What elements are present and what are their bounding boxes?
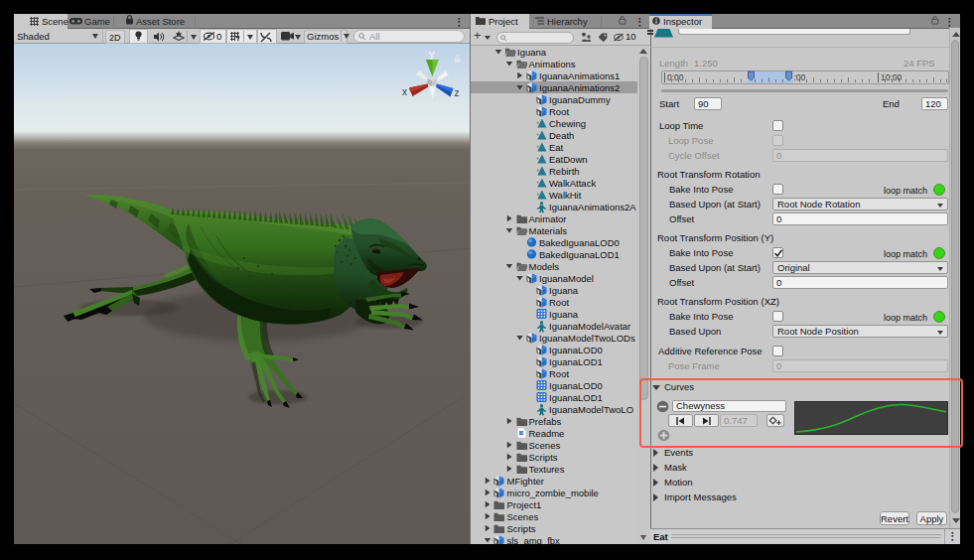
svg-text:BakedIguanaLOD1: BakedIguanaLOD1 [539,249,620,260]
svg-text:Root: Root [549,297,569,308]
svg-text:Root: Root [549,106,569,117]
svg-text:Textures: Textures [529,464,565,475]
svg-text:Scripts: Scripts [529,452,558,463]
svg-text:IguanaAnimations1: IguanaAnimations1 [539,70,620,81]
svg-text:WalkAttack: WalkAttack [549,178,596,189]
svg-text:IguanaModelTwoLO: IguanaModelTwoLO [549,404,633,415]
svg-text:x: x [402,86,407,97]
svg-text:0:00: 0:00 [667,72,684,82]
svg-text:Death: Death [549,130,574,141]
svg-text:IguanaLOD1: IguanaLOD1 [549,392,603,403]
svg-text:Readme: Readme [529,428,565,439]
svg-text::00: :00 [794,72,806,82]
svg-text:Scenes: Scenes [529,440,561,451]
svg-text:Iguana: Iguana [549,285,579,296]
svg-text:Animator: Animator [529,213,567,224]
svg-text:z: z [455,87,460,98]
svg-text:Scenes: Scenes [507,511,539,522]
svg-text:IguanaModelAvatar: IguanaModelAvatar [549,321,630,332]
svg-text:micro_zombie_mobile: micro_zombie_mobile [507,488,599,498]
svg-text:Materials: Materials [529,225,568,236]
svg-text:Models: Models [529,261,560,272]
svg-text:Animations: Animations [529,59,576,70]
svg-text:Project1: Project1 [507,499,542,510]
svg-text:MFighter: MFighter [507,476,544,487]
svg-text:Iguana: Iguana [549,309,579,320]
svg-text:y: y [429,49,435,60]
svg-text:Iguana: Iguana [517,47,547,58]
svg-text:WalkHit: WalkHit [549,190,582,201]
svg-text:IguanaModelTwoLODs: IguanaModelTwoLODs [539,333,635,344]
svg-text:IguanaModel: IguanaModel [539,273,594,284]
svg-text:EatDown: EatDown [549,154,588,165]
svg-text:Prefabs: Prefabs [529,416,562,427]
svg-text:Rebirth: Rebirth [549,166,580,177]
svg-text:sls_amg_fbx: sls_amg_fbx [507,535,561,545]
svg-text:Scripts: Scripts [507,523,536,534]
svg-text:IguanaLOD0: IguanaLOD0 [549,345,603,355]
svg-text:IguanaLOD0: IguanaLOD0 [549,380,603,391]
svg-text:IguanaAnimations2: IguanaAnimations2 [539,82,620,93]
svg-text:BakedIguanaLOD0: BakedIguanaLOD0 [539,237,620,248]
svg-text:IguanaLOD1: IguanaLOD1 [549,356,603,367]
svg-text:Eat: Eat [549,142,564,153]
svg-text:Chewing: Chewing [549,118,586,129]
svg-text:Root: Root [549,368,569,379]
svg-text:10:00: 10:00 [881,72,903,82]
svg-text:IguanaDummy: IguanaDummy [549,94,611,105]
svg-text:IguanaAnimations2A: IguanaAnimations2A [549,202,636,212]
